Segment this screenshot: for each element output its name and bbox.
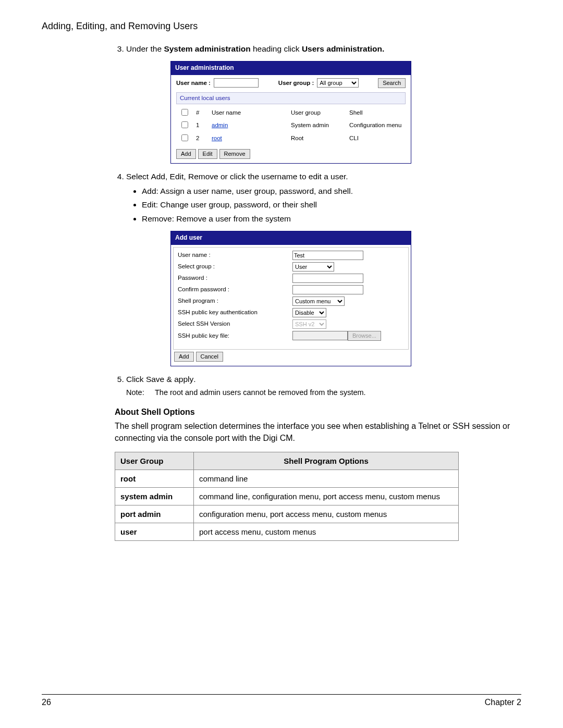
add-confirm-password-input[interactable] [292,285,363,294]
col-hash: # [193,106,209,119]
add-user-cancel-button[interactable]: Cancel [196,352,223,362]
edit-button[interactable]: Edit [198,149,217,159]
add-user-add-button[interactable]: Add [174,352,194,362]
add-shell-select[interactable]: Custom menu [292,297,345,306]
step5-a: Click [126,375,146,384]
user-admin-panel: User administration User name : User gro… [170,61,411,163]
add-sshauth-select[interactable]: Disable [292,308,326,317]
about-shell-heading: About Shell Options [115,408,511,417]
user-admin-panel-title: User administration [171,61,411,75]
row-num: 1 [193,119,209,132]
step3-prefix: Under the [126,44,164,53]
chapter-label: Chapter 2 [485,698,521,707]
row-group: Root [288,132,346,145]
add-sshver-label: Select SSH Version [178,319,292,328]
row-shell: Configuration menu [346,119,406,132]
col-usergroup: User group [288,106,346,119]
add-user-panel-title: Add user [171,231,411,244]
step4-c: , [165,172,170,181]
note-text: The root and admin users cannot be remov… [155,387,366,398]
note-label: Note: [126,387,155,398]
bullet-add-text: : Assign a user name, user group, passwo… [156,187,353,195]
bullet-add-name: Add [142,187,156,195]
step5-b: Save & apply [146,375,193,384]
row-group: System admin [288,119,346,132]
step4-edit: Edit [170,172,184,181]
select-all-checkbox[interactable] [181,109,188,116]
step4-e: , [183,172,188,181]
cell-options: command line, configuration menu, port a… [194,487,459,505]
row-shell: CLI [346,132,406,145]
step4-add: Add [151,172,165,181]
step-4: Select Add, Edit, Remove or click the us… [126,171,511,366]
step3-bold2: Users administration. [302,44,385,53]
bullet-remove-text: : Remove a user from the system [172,214,291,223]
row-checkbox[interactable] [181,134,188,141]
add-keyfile-label: SSH public key file: [178,331,292,340]
step4-bullet-edit: Edit: Change user group, password, or th… [142,199,511,211]
add-password-input[interactable] [292,274,363,283]
shell-options-table: User Group Shell Program Options root co… [115,452,459,541]
cell-group: system admin [115,487,194,505]
usergroup-filter-select[interactable]: All group [317,78,359,88]
add-group-select[interactable]: User [292,262,334,272]
row-checkbox[interactable] [181,121,188,128]
section-title: Adding, Editing, and Removing Users [42,21,521,32]
bullet-remove-name: Remove [142,214,172,223]
table-row: port admin configuration menu, port acce… [115,505,459,523]
step4-a: Select [126,172,151,181]
row-num: 2 [193,132,209,145]
table-row: system admin command line, configuration… [115,487,459,505]
step4-bullet-remove: Remove: Remove a user from the system [142,213,511,225]
add-shell-label: Shell program : [178,297,292,305]
table-row: 1 admin System admin Configuration menu [176,119,406,132]
add-password-label: Password : [178,274,292,282]
add-confirm-password-label: Confirm password : [178,285,292,294]
bullet-edit-text: : Change user group, password, or their … [156,200,317,209]
table-row: root command line [115,470,459,487]
step-3: Under the System administration heading … [126,43,511,164]
username-link[interactable]: admin [212,122,228,128]
page-footer: 26 Chapter 2 [42,694,521,707]
add-button[interactable]: Add [176,149,196,159]
add-user-panel: Add user User name : Select group : User [170,231,411,366]
bullet-edit-name: Edit [142,200,156,209]
cell-options: command line [194,470,459,487]
remove-button[interactable]: Remove [219,149,250,159]
step4-bullet-add: Add: Assign a user name, user group, pas… [142,186,511,197]
cell-options: configuration menu, port access menu, cu… [194,505,459,523]
username-filter-input[interactable] [214,78,259,88]
table-row: user port access menu, custom menus [115,523,459,540]
add-username-label: User name : [178,251,292,260]
users-table: # User name User group Shell [176,106,406,145]
add-sshver-select: SSH v2 [292,319,326,329]
col-username: User name [209,106,288,119]
table-row: 2 root Root CLI [176,132,406,145]
step4-remove: Remove [188,172,218,181]
search-button[interactable]: Search [378,78,406,88]
step5-c: . [193,375,195,384]
add-username-input[interactable] [292,251,363,260]
step-5: Click Save & apply. Note: The root and a… [126,374,511,398]
page-number: 26 [42,698,51,707]
browse-button: Browse... [348,331,381,341]
step3-mid: heading click [251,44,302,53]
cell-group: port admin [115,505,194,523]
shelltbl-h2: Shell Program Options [194,452,459,470]
add-keyfile-input [292,331,348,340]
username-label: User name : [176,79,211,88]
current-local-users-heading: Current local users [176,92,406,104]
usergroup-label: User group : [278,79,314,88]
cell-group: root [115,470,194,487]
about-shell-body: The shell program selection determines t… [115,420,511,444]
shelltbl-h1: User Group [115,452,194,470]
step3-bold1: System administration [164,44,250,53]
col-shell: Shell [346,106,406,119]
add-sshauth-label: SSH public key authentication [178,308,292,317]
cell-group: user [115,523,194,540]
add-group-label: Select group : [178,262,292,271]
cell-options: port access menu, custom menus [194,523,459,540]
step4-g: or click the username to edit a user. [218,172,348,181]
username-link[interactable]: root [212,135,222,141]
